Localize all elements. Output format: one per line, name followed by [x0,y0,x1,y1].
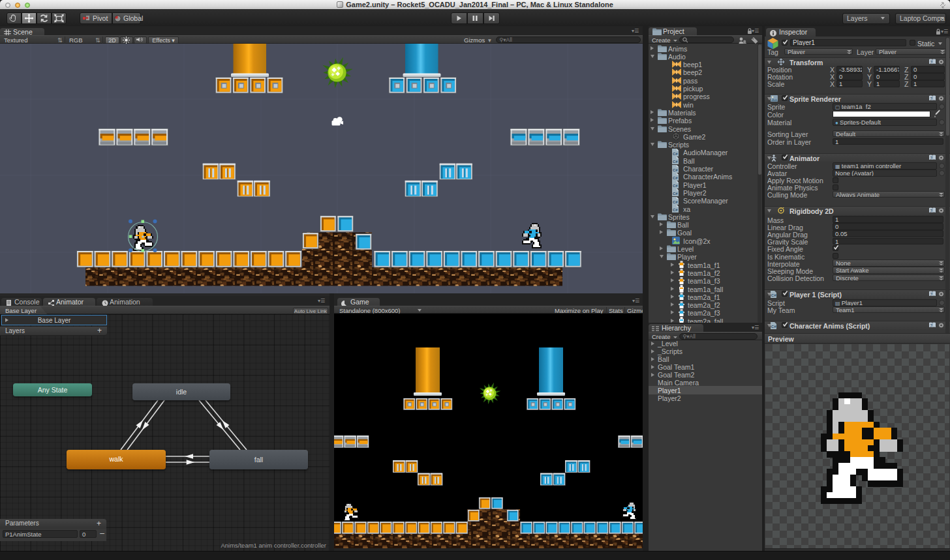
svg-text:C#: C# [673,175,678,179]
svg-text:C#: C# [673,192,678,196]
svg-text:C#: C# [673,184,678,188]
svg-text:C#: C# [673,208,678,212]
svg-text:C#: C# [673,151,678,155]
svg-text:C#: C# [673,168,678,171]
svg-text:C#: C# [771,293,776,297]
svg-text:C#: C# [673,160,678,164]
svg-text:C#: C# [771,325,776,329]
svg-text:C#: C# [673,199,678,203]
